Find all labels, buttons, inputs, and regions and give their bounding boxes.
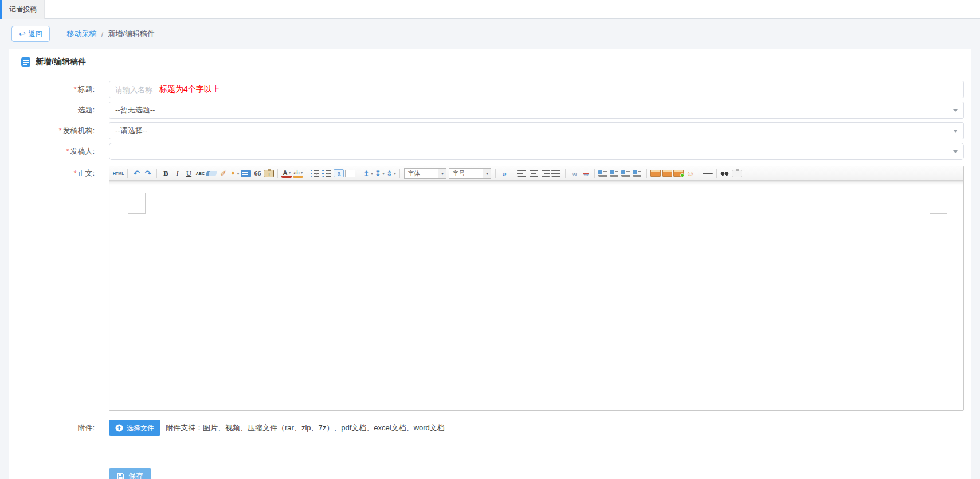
title-input[interactable]	[109, 81, 964, 98]
chevron-down-icon: ▾	[438, 169, 446, 178]
unlink-button[interactable]: ∞	[581, 168, 591, 179]
image-float-left-button[interactable]	[598, 170, 609, 177]
toolbar-separator	[495, 169, 496, 178]
editor-toolbar: HTML↶↷BIUABC✐✦▾66A▾ab▾▾▾a↥▾↧▾⇕▾字体▾字号▾»∞∞…	[109, 166, 963, 181]
attachment-control: 选择文件 附件支持：图片、视频、压缩文件（rar、zip、7z）、pdf文档、e…	[109, 420, 964, 436]
font-size-select-value: 字号	[449, 169, 483, 178]
align-right-button[interactable]	[540, 170, 550, 177]
document-icon	[21, 57, 30, 67]
breadcrumb-bar: ↩ 返回 移动采稿 / 新增/编辑稿件	[0, 19, 980, 49]
publisher-control	[109, 143, 964, 160]
publisher-row: *发稿人:	[9, 143, 971, 160]
remove-format-button[interactable]	[206, 171, 218, 176]
font-family-select[interactable]: 字体▾	[404, 168, 446, 179]
toolbar-separator	[565, 169, 566, 178]
editor-content-area[interactable]	[109, 181, 963, 410]
image-float-right-button[interactable]	[633, 170, 643, 177]
publisher-select[interactable]	[109, 143, 964, 160]
search-replace-button[interactable]	[720, 170, 731, 177]
toolbar-separator	[277, 169, 278, 178]
image-manager-button[interactable]	[662, 170, 672, 177]
chevron-down-icon: ▾	[382, 171, 385, 176]
toolbar-separator	[359, 169, 359, 178]
align-center-button[interactable]	[528, 170, 539, 177]
undo-button[interactable]: ↶	[131, 168, 142, 179]
horizontal-rule-button[interactable]	[703, 173, 713, 174]
toolbar-separator	[716, 169, 717, 178]
chevron-down-icon	[953, 109, 958, 112]
required-asterisk: *	[74, 85, 77, 94]
toolbar-separator	[307, 169, 307, 178]
upload-icon	[115, 424, 123, 432]
save-button[interactable]: 保存	[109, 468, 151, 479]
title-label: *标题:	[9, 81, 95, 98]
page-title-row: 新增/编辑稿件	[9, 57, 971, 67]
organization-select[interactable]: --请选择--	[109, 122, 964, 139]
paragraph-space-bottom-button[interactable]: ↧▾	[374, 168, 385, 179]
insert-table-button[interactable]	[241, 170, 251, 177]
publisher-label: *发稿人:	[9, 143, 95, 160]
organization-control: --请选择--	[109, 122, 964, 139]
font-color-button[interactable]: A▾	[281, 169, 292, 178]
source-code-button[interactable]: HTML	[113, 168, 124, 179]
highlight-color-button[interactable]: ab▾	[293, 169, 303, 178]
organization-label: *发稿机构:	[9, 122, 95, 139]
image-center-button[interactable]	[621, 170, 632, 177]
underline-button[interactable]: U	[183, 168, 194, 179]
paragraph-space-top-button[interactable]: ↥▾	[363, 168, 373, 179]
back-button[interactable]: ↩ 返回	[11, 26, 50, 42]
choose-file-button[interactable]: 选择文件	[109, 420, 160, 436]
redo-button[interactable]: ↷	[143, 168, 153, 179]
align-justify-button[interactable]	[551, 170, 562, 177]
bold-button[interactable]: B	[160, 168, 171, 179]
required-asterisk: *	[66, 147, 69, 155]
topic-label: 选题:	[9, 102, 95, 119]
breadcrumb-parent-link[interactable]: 移动采稿	[67, 29, 97, 39]
required-asterisk: *	[74, 169, 77, 177]
auto-format-button[interactable]: a	[334, 169, 344, 177]
tab-reporter-submission[interactable]: 记者投稿	[0, 0, 45, 19]
font-size-select[interactable]: 字号▾	[449, 168, 491, 179]
topic-control: --暂无选题--	[109, 102, 964, 119]
paste-plain-text-button[interactable]	[264, 170, 274, 177]
choose-file-label: 选择文件	[127, 423, 154, 433]
blockquote-button[interactable]: 66	[252, 168, 262, 179]
editor-corner-mark-left	[128, 193, 146, 214]
back-button-label: 返回	[29, 29, 42, 39]
breadcrumb: 移动采稿 / 新增/编辑稿件	[67, 29, 155, 39]
required-asterisk: *	[59, 127, 62, 135]
autotypeset-button[interactable]: ✦▾	[229, 168, 240, 179]
chevron-down-icon: ▾	[394, 171, 396, 176]
chevron-down-icon: ▾	[315, 171, 317, 176]
toolbar-separator	[399, 169, 400, 178]
image-inline-button[interactable]	[610, 170, 620, 177]
topic-select[interactable]: --暂无选题--	[109, 102, 964, 119]
align-left-button[interactable]	[517, 170, 527, 177]
upload-image-button[interactable]	[673, 170, 684, 177]
chevron-down-icon: ▾	[288, 170, 291, 175]
chevron-down-icon: ▾	[371, 171, 373, 176]
indent-button[interactable]: »	[499, 168, 509, 179]
tab-bar: 记者投稿	[0, 0, 980, 19]
title-control: 标题为4个字以上	[109, 81, 964, 98]
page-title: 新增/编辑稿件	[36, 57, 86, 67]
insert-image-button[interactable]	[650, 170, 661, 177]
attachment-row: 附件: 选择文件 附件支持：图片、视频、压缩文件（rar、zip、7z）、pdf…	[9, 419, 971, 437]
ordered-list-button[interactable]: ▾	[311, 170, 321, 177]
insert-link-button[interactable]: ∞	[569, 168, 579, 179]
chevron-down-icon	[953, 150, 958, 153]
organization-row: *发稿机构: --请选择--	[9, 122, 971, 139]
font-family-select-value: 字体	[405, 169, 438, 178]
title-row: *标题: 标题为4个字以上	[9, 81, 971, 98]
toolbar-separator	[594, 169, 595, 178]
format-brush-button[interactable]: ✐	[218, 168, 228, 179]
breadcrumb-separator: /	[101, 30, 104, 38]
emoticon-button[interactable]: ☺	[685, 168, 695, 179]
italic-button[interactable]: I	[172, 168, 182, 179]
strikethrough-button[interactable]: ABC	[195, 168, 205, 179]
unordered-list-button[interactable]: ▾	[322, 170, 332, 177]
line-height-button[interactable]: ⇕▾	[386, 168, 396, 179]
attachment-hint: 附件支持：图片、视频、压缩文件（rar、zip、7z）、pdf文档、excel文…	[166, 423, 445, 433]
blank-doc-button[interactable]	[345, 170, 355, 177]
paste-button[interactable]	[732, 170, 742, 177]
